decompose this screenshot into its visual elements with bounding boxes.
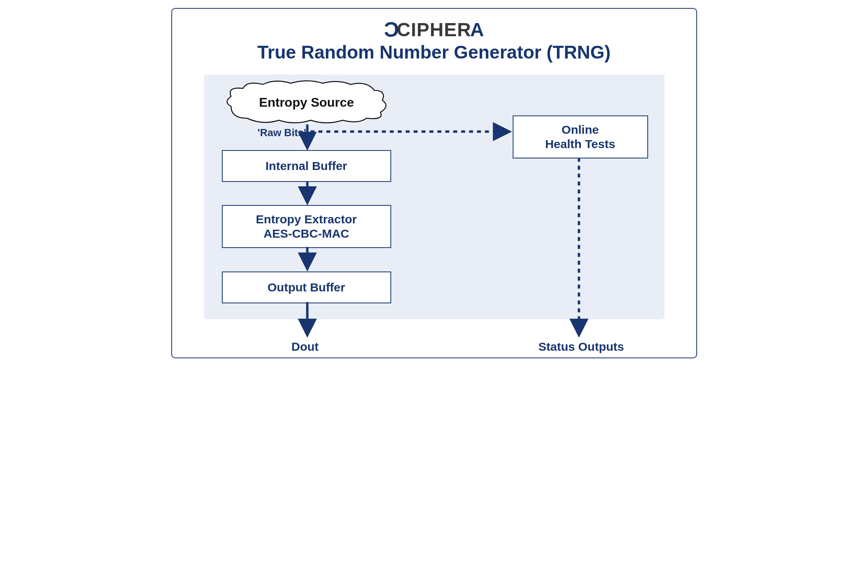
logo-x-letter: C (384, 18, 399, 41)
entropy-source-label: Entropy Source (223, 78, 390, 126)
entropy-extractor-node: Entropy Extractor AES-CBC-MAC (222, 205, 391, 248)
entropy-extractor-label-2: AES-CBC-MAC (264, 227, 349, 241)
diagram-frame: C CIPHER A True Random Number Generator … (171, 8, 697, 358)
logo-cipher-text: CIPHER (397, 19, 471, 41)
health-tests-node: Online Health Tests (513, 115, 648, 158)
internal-buffer-node: Internal Buffer (222, 150, 391, 182)
diagram-title: True Random Number Generator (TRNG) (172, 41, 696, 63)
output-buffer-label: Output Buffer (268, 280, 345, 295)
status-outputs-label: Status Outputs (539, 340, 624, 354)
internal-buffer-label: Internal Buffer (265, 159, 347, 173)
dout-label: Dout (292, 340, 319, 354)
health-tests-label-1: Online (562, 123, 599, 137)
logo: C CIPHER A (172, 18, 696, 41)
output-buffer-node: Output Buffer (222, 272, 391, 303)
logo-a-letter: A (470, 19, 484, 41)
health-tests-label-2: Health Tests (545, 137, 615, 151)
entropy-extractor-label-1: Entropy Extractor (256, 212, 357, 227)
raw-bits-label: 'Raw Bits' (258, 127, 306, 139)
entropy-source-node: Entropy Source (223, 78, 390, 126)
